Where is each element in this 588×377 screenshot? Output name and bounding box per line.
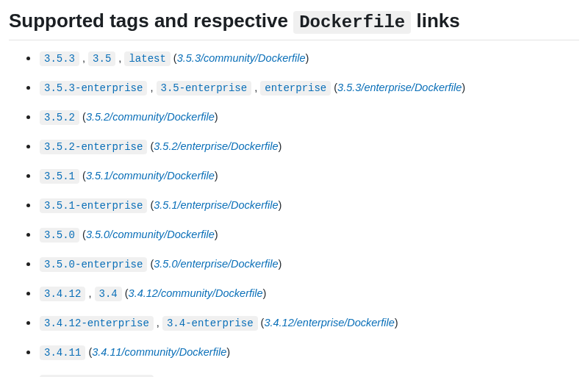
- dockerfile-link[interactable]: 3.4.12/community/Dockerfile: [129, 287, 263, 299]
- tag-link[interactable]: 3.4.12-enterprise: [40, 316, 154, 331]
- tag-link[interactable]: 3.5: [88, 51, 115, 66]
- paren-open: (: [147, 140, 154, 152]
- paren-close: ): [279, 258, 282, 270]
- tag-link[interactable]: 3.4.12: [40, 287, 85, 301]
- paren-close: ): [395, 317, 398, 328]
- separator: ,: [147, 82, 156, 93]
- paren-close: ): [279, 199, 282, 211]
- tag-link[interactable]: 3.5.0-enterprise: [40, 257, 147, 272]
- paren-open: (: [79, 170, 86, 182]
- tag-link[interactable]: latest: [124, 51, 170, 66]
- tag-link[interactable]: 3.5.1: [40, 169, 79, 184]
- tag-link[interactable]: 3.5.1-enterprise: [40, 198, 147, 213]
- paren-close: ): [263, 287, 267, 299]
- list-item: 3.4.11 (3.4.11/community/Dockerfile): [40, 345, 579, 361]
- dockerfile-link[interactable]: 3.5.1/community/Dockerfile: [86, 170, 215, 182]
- paren-open: (: [79, 229, 86, 240]
- dockerfile-link[interactable]: 3.5.3/enterprise/Dockerfile: [337, 82, 462, 93]
- paren-close: ): [215, 111, 218, 123]
- heading-text-after: links: [411, 10, 459, 32]
- separator: ,: [115, 52, 124, 64]
- dockerfile-link[interactable]: 3.4.12/enterprise/Dockerfile: [264, 317, 394, 328]
- paren-close: ): [462, 82, 465, 93]
- paren-close: ): [306, 52, 309, 64]
- list-item: 3.5.0 (3.5.0/community/Dockerfile): [40, 227, 579, 243]
- tag-link[interactable]: 3.5-enterprise: [157, 81, 252, 96]
- heading-text-before: Supported tags and respective: [9, 10, 293, 32]
- page-title: Supported tags and respective Dockerfile…: [9, 9, 579, 40]
- paren-close: ): [215, 229, 218, 240]
- paren-open: (: [171, 52, 177, 64]
- tag-link[interactable]: 3.4.11: [40, 345, 85, 360]
- tag-link[interactable]: 3.5.0: [40, 228, 79, 243]
- paren-open: (: [85, 346, 92, 358]
- paren-close: ): [279, 140, 282, 152]
- tag-link[interactable]: 3.4: [95, 287, 122, 301]
- dockerfile-link[interactable]: 3.5.1/enterprise/Dockerfile: [154, 199, 278, 211]
- dockerfile-link[interactable]: 3.5.3/community/Dockerfile: [177, 52, 306, 64]
- paren-close: ): [215, 170, 218, 182]
- tag-link[interactable]: 3.5.3: [40, 51, 79, 66]
- paren-open: (: [122, 287, 129, 299]
- list-item: 3.5.3 , 3.5 , latest (3.5.3/community/Do…: [40, 51, 579, 67]
- heading-code: Dockerfile: [293, 11, 411, 34]
- list-item: 3.5.3-enterprise , 3.5-enterprise , ente…: [40, 80, 579, 96]
- tag-list: 3.5.3 , 3.5 , latest (3.5.3/community/Do…: [9, 51, 579, 377]
- dockerfile-link[interactable]: 3.5.2/community/Dockerfile: [86, 111, 215, 123]
- tag-link[interactable]: 3.5.2: [40, 110, 79, 125]
- list-item: 3.4.12-enterprise , 3.4-enterprise (3.4.…: [40, 315, 579, 331]
- list-item: 3.5.2-enterprise (3.5.2/enterprise/Docke…: [40, 139, 579, 155]
- tag-link[interactable]: 3.4-enterprise: [162, 316, 258, 331]
- paren-open: (: [79, 111, 86, 123]
- dockerfile-link[interactable]: 3.4.11/community/Dockerfile: [92, 346, 226, 358]
- list-item: 3.5.1 (3.5.1/community/Dockerfile): [40, 168, 579, 184]
- separator: ,: [85, 287, 94, 299]
- tag-link[interactable]: enterprise: [260, 81, 331, 96]
- list-item: 3.5.2 (3.5.2/community/Dockerfile): [40, 109, 579, 126]
- separator: ,: [251, 82, 260, 93]
- list-item: 3.5.0-enterprise (3.5.0/enterprise/Docke…: [40, 256, 579, 273]
- paren-close: ): [226, 346, 230, 358]
- tag-link[interactable]: 3.5.2-enterprise: [40, 140, 147, 154]
- dockerfile-link[interactable]: 3.5.2/enterprise/Dockerfile: [154, 140, 278, 152]
- list-item: 3.4.11-enterprise (3.4.11/enterprise/Doc…: [40, 374, 579, 377]
- list-item: 3.5.1-enterprise (3.5.1/enterprise/Docke…: [40, 198, 579, 214]
- tag-link[interactable]: 3.5.3-enterprise: [40, 81, 147, 96]
- dockerfile-link[interactable]: 3.5.0/community/Dockerfile: [86, 229, 215, 240]
- separator: ,: [154, 317, 162, 328]
- paren-open: (: [147, 199, 154, 211]
- list-item: 3.4.12 , 3.4 (3.4.12/community/Dockerfil…: [40, 286, 579, 302]
- paren-open: (: [331, 82, 337, 93]
- paren-open: (: [147, 258, 154, 270]
- separator: ,: [79, 52, 88, 64]
- dockerfile-link[interactable]: 3.5.0/enterprise/Dockerfile: [154, 258, 278, 270]
